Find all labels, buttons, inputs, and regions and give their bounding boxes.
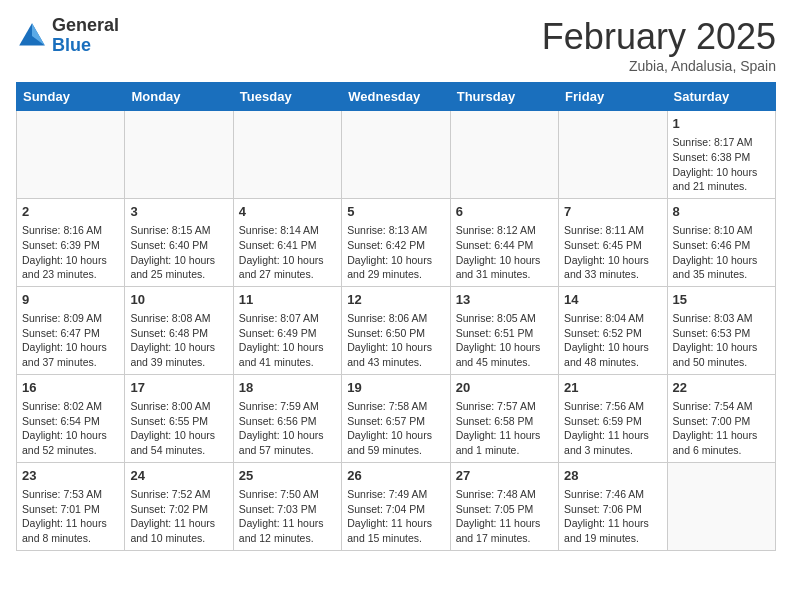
day-cell: 1Sunrise: 8:17 AM Sunset: 6:38 PM Daylig… [667, 111, 775, 199]
day-info: Sunrise: 8:17 AM Sunset: 6:38 PM Dayligh… [673, 136, 758, 192]
week-row-4: 16Sunrise: 8:02 AM Sunset: 6:54 PM Dayli… [17, 374, 776, 462]
day-number: 27 [456, 467, 553, 485]
logo-general: General [52, 16, 119, 36]
day-number: 15 [673, 291, 770, 309]
day-cell: 17Sunrise: 8:00 AM Sunset: 6:55 PM Dayli… [125, 374, 233, 462]
day-info: Sunrise: 7:59 AM Sunset: 6:56 PM Dayligh… [239, 400, 324, 456]
day-cell: 16Sunrise: 8:02 AM Sunset: 6:54 PM Dayli… [17, 374, 125, 462]
day-info: Sunrise: 7:49 AM Sunset: 7:04 PM Dayligh… [347, 488, 432, 544]
day-cell: 26Sunrise: 7:49 AM Sunset: 7:04 PM Dayli… [342, 462, 450, 550]
weekday-header-tuesday: Tuesday [233, 83, 341, 111]
day-info: Sunrise: 8:14 AM Sunset: 6:41 PM Dayligh… [239, 224, 324, 280]
day-info: Sunrise: 7:48 AM Sunset: 7:05 PM Dayligh… [456, 488, 541, 544]
day-cell [125, 111, 233, 199]
day-info: Sunrise: 8:16 AM Sunset: 6:39 PM Dayligh… [22, 224, 107, 280]
day-cell: 14Sunrise: 8:04 AM Sunset: 6:52 PM Dayli… [559, 286, 667, 374]
day-number: 16 [22, 379, 119, 397]
logo: General Blue [16, 16, 119, 56]
day-number: 24 [130, 467, 227, 485]
day-info: Sunrise: 8:07 AM Sunset: 6:49 PM Dayligh… [239, 312, 324, 368]
page-header: General Blue February 2025 Zubia, Andalu… [16, 16, 776, 74]
day-number: 26 [347, 467, 444, 485]
day-info: Sunrise: 8:04 AM Sunset: 6:52 PM Dayligh… [564, 312, 649, 368]
day-number: 7 [564, 203, 661, 221]
day-cell: 8Sunrise: 8:10 AM Sunset: 6:46 PM Daylig… [667, 198, 775, 286]
day-number: 9 [22, 291, 119, 309]
day-info: Sunrise: 8:08 AM Sunset: 6:48 PM Dayligh… [130, 312, 215, 368]
day-cell: 5Sunrise: 8:13 AM Sunset: 6:42 PM Daylig… [342, 198, 450, 286]
day-cell [450, 111, 558, 199]
day-number: 2 [22, 203, 119, 221]
day-cell: 24Sunrise: 7:52 AM Sunset: 7:02 PM Dayli… [125, 462, 233, 550]
location: Zubia, Andalusia, Spain [542, 58, 776, 74]
weekday-header-saturday: Saturday [667, 83, 775, 111]
logo-icon [16, 20, 48, 52]
day-cell: 10Sunrise: 8:08 AM Sunset: 6:48 PM Dayli… [125, 286, 233, 374]
day-number: 18 [239, 379, 336, 397]
weekday-header-wednesday: Wednesday [342, 83, 450, 111]
day-number: 28 [564, 467, 661, 485]
weekday-header-monday: Monday [125, 83, 233, 111]
day-cell: 25Sunrise: 7:50 AM Sunset: 7:03 PM Dayli… [233, 462, 341, 550]
day-info: Sunrise: 8:06 AM Sunset: 6:50 PM Dayligh… [347, 312, 432, 368]
week-row-1: 1Sunrise: 8:17 AM Sunset: 6:38 PM Daylig… [17, 111, 776, 199]
day-info: Sunrise: 7:54 AM Sunset: 7:00 PM Dayligh… [673, 400, 758, 456]
day-info: Sunrise: 8:13 AM Sunset: 6:42 PM Dayligh… [347, 224, 432, 280]
day-cell: 9Sunrise: 8:09 AM Sunset: 6:47 PM Daylig… [17, 286, 125, 374]
day-info: Sunrise: 8:10 AM Sunset: 6:46 PM Dayligh… [673, 224, 758, 280]
day-cell [667, 462, 775, 550]
day-number: 17 [130, 379, 227, 397]
day-info: Sunrise: 8:02 AM Sunset: 6:54 PM Dayligh… [22, 400, 107, 456]
week-row-3: 9Sunrise: 8:09 AM Sunset: 6:47 PM Daylig… [17, 286, 776, 374]
day-cell: 13Sunrise: 8:05 AM Sunset: 6:51 PM Dayli… [450, 286, 558, 374]
day-number: 25 [239, 467, 336, 485]
weekday-header-thursday: Thursday [450, 83, 558, 111]
day-info: Sunrise: 7:46 AM Sunset: 7:06 PM Dayligh… [564, 488, 649, 544]
logo-text: General Blue [52, 16, 119, 56]
day-info: Sunrise: 7:53 AM Sunset: 7:01 PM Dayligh… [22, 488, 107, 544]
day-cell: 6Sunrise: 8:12 AM Sunset: 6:44 PM Daylig… [450, 198, 558, 286]
day-number: 23 [22, 467, 119, 485]
day-cell: 18Sunrise: 7:59 AM Sunset: 6:56 PM Dayli… [233, 374, 341, 462]
day-number: 8 [673, 203, 770, 221]
day-number: 19 [347, 379, 444, 397]
day-number: 22 [673, 379, 770, 397]
day-info: Sunrise: 8:11 AM Sunset: 6:45 PM Dayligh… [564, 224, 649, 280]
day-info: Sunrise: 8:15 AM Sunset: 6:40 PM Dayligh… [130, 224, 215, 280]
day-number: 14 [564, 291, 661, 309]
day-cell: 2Sunrise: 8:16 AM Sunset: 6:39 PM Daylig… [17, 198, 125, 286]
week-row-5: 23Sunrise: 7:53 AM Sunset: 7:01 PM Dayli… [17, 462, 776, 550]
day-cell [342, 111, 450, 199]
day-number: 13 [456, 291, 553, 309]
day-info: Sunrise: 7:50 AM Sunset: 7:03 PM Dayligh… [239, 488, 324, 544]
day-number: 21 [564, 379, 661, 397]
weekday-header-sunday: Sunday [17, 83, 125, 111]
day-info: Sunrise: 7:57 AM Sunset: 6:58 PM Dayligh… [456, 400, 541, 456]
day-info: Sunrise: 7:52 AM Sunset: 7:02 PM Dayligh… [130, 488, 215, 544]
day-cell: 15Sunrise: 8:03 AM Sunset: 6:53 PM Dayli… [667, 286, 775, 374]
day-cell: 3Sunrise: 8:15 AM Sunset: 6:40 PM Daylig… [125, 198, 233, 286]
day-cell: 20Sunrise: 7:57 AM Sunset: 6:58 PM Dayli… [450, 374, 558, 462]
day-number: 5 [347, 203, 444, 221]
day-info: Sunrise: 7:56 AM Sunset: 6:59 PM Dayligh… [564, 400, 649, 456]
week-row-2: 2Sunrise: 8:16 AM Sunset: 6:39 PM Daylig… [17, 198, 776, 286]
day-info: Sunrise: 8:12 AM Sunset: 6:44 PM Dayligh… [456, 224, 541, 280]
day-number: 12 [347, 291, 444, 309]
day-number: 1 [673, 115, 770, 133]
calendar: SundayMondayTuesdayWednesdayThursdayFrid… [16, 82, 776, 551]
day-cell: 4Sunrise: 8:14 AM Sunset: 6:41 PM Daylig… [233, 198, 341, 286]
day-cell [17, 111, 125, 199]
day-info: Sunrise: 8:09 AM Sunset: 6:47 PM Dayligh… [22, 312, 107, 368]
day-cell [559, 111, 667, 199]
day-cell: 22Sunrise: 7:54 AM Sunset: 7:00 PM Dayli… [667, 374, 775, 462]
day-cell: 12Sunrise: 8:06 AM Sunset: 6:50 PM Dayli… [342, 286, 450, 374]
day-cell: 23Sunrise: 7:53 AM Sunset: 7:01 PM Dayli… [17, 462, 125, 550]
day-info: Sunrise: 8:00 AM Sunset: 6:55 PM Dayligh… [130, 400, 215, 456]
day-cell: 19Sunrise: 7:58 AM Sunset: 6:57 PM Dayli… [342, 374, 450, 462]
day-cell: 11Sunrise: 8:07 AM Sunset: 6:49 PM Dayli… [233, 286, 341, 374]
day-number: 20 [456, 379, 553, 397]
day-number: 4 [239, 203, 336, 221]
day-number: 3 [130, 203, 227, 221]
day-number: 11 [239, 291, 336, 309]
day-cell: 21Sunrise: 7:56 AM Sunset: 6:59 PM Dayli… [559, 374, 667, 462]
